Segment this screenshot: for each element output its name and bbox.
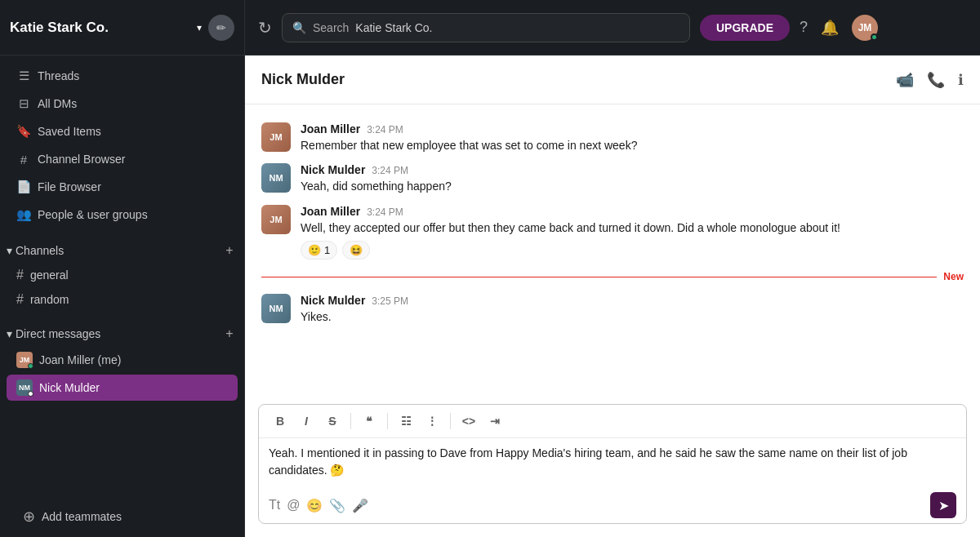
- audio-icon[interactable]: 🎤: [352, 498, 368, 513]
- message-header: Nick Mulder 3:25 PM: [301, 294, 964, 307]
- nick-mulder-status-dot: [28, 391, 33, 397]
- phone-call-icon[interactable]: 📞: [927, 71, 945, 89]
- avatar: JM: [261, 205, 291, 234]
- text-format-icon[interactable]: Tt: [269, 498, 280, 513]
- add-dm-button[interactable]: +: [221, 326, 238, 342]
- table-row: JM Joan Miller 3:24 PM Well, they accept…: [261, 200, 964, 264]
- indent-button[interactable]: ⇥: [483, 410, 506, 433]
- reaction-emoji: 😆: [350, 244, 363, 256]
- table-row: JM Joan Miller 3:24 PM Remember that new…: [261, 118, 964, 158]
- channel-item-random[interactable]: # random: [7, 288, 238, 311]
- message-content: Joan Miller 3:24 PM Well, they accepted …: [301, 205, 964, 260]
- sidebar-item-saved-items[interactable]: 🔖 Saved Items: [7, 118, 238, 144]
- topbar-icons: ? 🔔 JM: [800, 15, 878, 41]
- sidebar-item-threads[interactable]: ☰ Threads: [7, 63, 238, 89]
- dm-section-label: Direct messages: [16, 327, 100, 340]
- reaction-laugh[interactable]: 😆: [342, 241, 370, 260]
- reaction-emoji: 🙂: [308, 244, 321, 256]
- emoji-icon[interactable]: 😊: [306, 498, 323, 513]
- sidebar: ☰ Threads ⊟ All DMs 🔖 Saved Items # Chan…: [0, 55, 245, 537]
- message-content: Joan Miller 3:24 PM Remember that new em…: [301, 122, 964, 153]
- ordered-list-button[interactable]: ☷: [394, 410, 417, 433]
- sidebar-item-label: Threads: [38, 69, 228, 82]
- dm-item-label: Nick Mulder: [39, 381, 100, 394]
- blockquote-button[interactable]: ❝: [358, 410, 381, 433]
- send-button[interactable]: ➤: [930, 492, 956, 518]
- dm-item-joan-miller[interactable]: JM Joan Miller (me): [7, 347, 238, 373]
- hash-icon: #: [16, 268, 24, 282]
- chat-header: Nick Mulder 📹 📞 ℹ: [245, 55, 980, 104]
- workspace-chevron-icon: ▾: [197, 22, 202, 33]
- notification-icon[interactable]: 🔔: [821, 19, 839, 37]
- avatar-status-dot: [871, 33, 878, 41]
- sidebar-item-people-groups[interactable]: 👥 People & user groups: [7, 202, 238, 228]
- dm-item-label: Joan Miller (me): [39, 353, 121, 366]
- sidebar-item-label: People & user groups: [38, 208, 228, 221]
- sidebar-item-label: File Browser: [38, 180, 228, 193]
- threads-icon: ☰: [16, 69, 31, 83]
- code-button[interactable]: <>: [457, 410, 480, 433]
- toolbar-separator: [350, 413, 351, 429]
- history-button[interactable]: ↻: [258, 18, 272, 38]
- people-groups-icon: 👥: [16, 207, 31, 222]
- italic-button[interactable]: I: [295, 410, 318, 433]
- workspace-area: Katie Stark Co. ▾ ✏: [0, 0, 245, 55]
- reaction-smile[interactable]: 🙂 1: [301, 241, 337, 260]
- message-time: 3:24 PM: [367, 124, 403, 135]
- sidebar-item-file-browser[interactable]: 📄 File Browser: [7, 174, 238, 200]
- mention-icon[interactable]: @: [287, 498, 300, 513]
- hash-icon: #: [16, 292, 24, 307]
- edit-workspace-button[interactable]: ✏: [208, 15, 234, 41]
- search-icon: 🔍: [292, 21, 306, 34]
- reactions-row: 🙂 1 😆: [301, 241, 964, 260]
- sidebar-item-all-dms[interactable]: ⊟ All DMs: [7, 91, 238, 117]
- message-text: Yeah, did something happen?: [301, 178, 964, 194]
- message-text: Yikes.: [301, 308, 964, 325]
- unordered-list-button[interactable]: ⋮: [421, 410, 443, 433]
- composer-input[interactable]: Yeah. I mentioned it in passing to Dave …: [259, 438, 966, 487]
- sidebar-item-label: Saved Items: [38, 125, 228, 138]
- sidebar-item-channel-browser[interactable]: # Channel Browser: [7, 146, 238, 172]
- channels-section-header[interactable]: ▾ Channels +: [0, 239, 244, 262]
- nick-mulder-avatar: NM: [16, 379, 33, 396]
- composer-toolbar: B I S ❝ ☷ ⋮ <> ⇥: [259, 405, 966, 438]
- attachment-icon[interactable]: 📎: [329, 498, 345, 513]
- video-call-icon[interactable]: 📹: [896, 71, 914, 89]
- message-sender: Joan Miller: [301, 122, 360, 135]
- table-row: NM Nick Mulder 3:25 PM Yikes.: [261, 289, 964, 330]
- help-icon[interactable]: ?: [800, 19, 808, 36]
- message-text: Well, they accepted our offer but then t…: [301, 220, 964, 236]
- info-icon[interactable]: ℹ: [958, 71, 964, 89]
- avatar: NM: [261, 163, 291, 193]
- add-teammates-button[interactable]: ⊕ Add teammates: [7, 504, 238, 530]
- channel-name: general: [30, 268, 69, 282]
- topbar: Katie Stark Co. ▾ ✏ ↻ 🔍 Search Katie Sta…: [0, 0, 980, 55]
- add-channel-button[interactable]: +: [221, 242, 238, 259]
- message-content: Nick Mulder 3:24 PM Yeah, did something …: [301, 163, 964, 194]
- search-bar[interactable]: 🔍 Search Katie Stark Co.: [282, 13, 690, 42]
- dm-section-header[interactable]: ▾ Direct messages +: [0, 322, 244, 345]
- new-label: New: [943, 271, 964, 282]
- main-content: ☰ Threads ⊟ All DMs 🔖 Saved Items # Chan…: [0, 55, 980, 537]
- bold-button[interactable]: B: [269, 410, 292, 433]
- message-time: 3:24 PM: [367, 206, 403, 218]
- composer-bottom-toolbar: Tt @ 😊 📎 🎤 ➤: [259, 487, 966, 523]
- saved-items-icon: 🔖: [16, 124, 31, 139]
- message-composer: B I S ❝ ☷ ⋮ <> ⇥ Yeah. I mentioned it in…: [258, 404, 967, 524]
- topbar-right: ↻ 🔍 Search Katie Stark Co. UPGRADE ? 🔔 J…: [245, 13, 980, 42]
- upgrade-button[interactable]: UPGRADE: [700, 15, 790, 41]
- avatar: NM: [261, 294, 291, 323]
- message-header: Nick Mulder 3:24 PM: [301, 163, 964, 176]
- message-content: Nick Mulder 3:25 PM Yikes.: [301, 294, 964, 325]
- channels-chevron-icon: ▾: [7, 244, 12, 257]
- strikethrough-button[interactable]: S: [321, 410, 344, 433]
- sidebar-item-label: Channel Browser: [38, 153, 228, 166]
- messages-list: JM Joan Miller 3:24 PM Remember that new…: [245, 104, 980, 404]
- chat-area: Nick Mulder 📹 📞 ℹ JM Joan Miller 3:24 PM…: [245, 55, 980, 537]
- channel-item-general[interactable]: # general: [7, 264, 238, 286]
- message-sender: Joan Miller: [301, 205, 360, 218]
- toolbar-separator: [450, 413, 451, 429]
- message-time: 3:25 PM: [372, 295, 408, 307]
- user-avatar[interactable]: JM: [852, 15, 878, 41]
- dm-item-nick-mulder[interactable]: NM Nick Mulder: [7, 375, 238, 401]
